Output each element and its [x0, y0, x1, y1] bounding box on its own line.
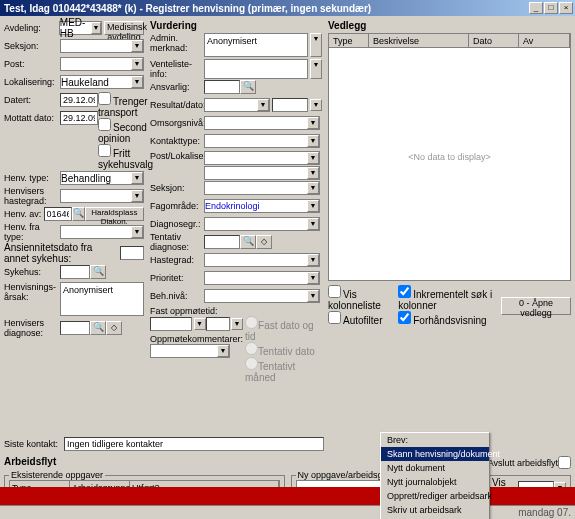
siste-input[interactable]: [64, 437, 324, 451]
diaggr-label: Diagnosegr.:: [150, 219, 204, 229]
ansvarlig-input[interactable]: [204, 80, 240, 94]
cb-viskol[interactable]: Vis kolonneliste: [328, 285, 392, 311]
menu-opprett[interactable]: Opprett/rediger arbeidsark: [381, 489, 489, 503]
mottatt-input[interactable]: [60, 111, 98, 125]
cb-forh[interactable]: Forhåndsvisning: [398, 311, 501, 326]
henvav-input[interactable]: [44, 207, 72, 221]
fastopp-time[interactable]: [206, 317, 230, 331]
hastegrad-mid-combo[interactable]: ▼: [204, 253, 320, 267]
diaggr-combo[interactable]: ▼: [204, 217, 320, 231]
close-button[interactable]: ×: [559, 2, 573, 14]
postlok-combo1[interactable]: ▼: [204, 151, 320, 165]
arsak-label: Henvisnings-årsak:: [4, 282, 60, 316]
fastopp-date[interactable]: [150, 317, 192, 331]
vedlegg-list[interactable]: Type Beskrivelse Dato Av <No data to dis…: [328, 33, 571, 281]
avslutt-checkbox[interactable]: [558, 456, 571, 469]
radio-fast[interactable]: Fast dato og tid: [245, 316, 322, 342]
menu-skann[interactable]: Skann henvisning/dokument: [381, 447, 489, 461]
chevron-down-icon[interactable]: ▼: [307, 200, 319, 212]
haraldsplass-button[interactable]: Haraldsplass Diakon.: [85, 207, 144, 221]
chevron-down-icon[interactable]: ▼: [307, 254, 319, 266]
chevron-down-icon[interactable]: ▼: [310, 59, 322, 79]
chevron-down-icon[interactable]: ▼: [310, 33, 322, 57]
ansiennitet-input[interactable]: [120, 246, 144, 260]
hastegrad-label: Henvisers hastegrad:: [4, 186, 60, 206]
diag-label: Henvisers diagnose:: [4, 318, 60, 338]
search-icon[interactable]: [240, 235, 256, 249]
cb-second[interactable]: Second opinion: [98, 118, 153, 144]
search-icon[interactable]: [90, 265, 106, 279]
clear-icon[interactable]: ◇: [256, 235, 272, 249]
medisinsk-button[interactable]: Medisinsk avdeling: [104, 21, 144, 35]
arsak-textarea[interactable]: Anonymisert: [60, 282, 144, 316]
col-besk[interactable]: Beskrivelse: [369, 34, 469, 47]
arbeidsflyt-title: Arbeidsflyt: [4, 456, 56, 467]
avdeling-combo[interactable]: MED-HB▼: [59, 21, 102, 35]
chevron-down-icon[interactable]: ▼: [307, 218, 319, 230]
menu-nyttjour[interactable]: Nytt journalobjekt: [381, 475, 489, 489]
chevron-down-icon[interactable]: ▼: [91, 22, 101, 34]
chevron-down-icon[interactable]: ▼: [194, 318, 206, 330]
admin-textarea[interactable]: Anonymisert: [204, 33, 308, 57]
cb-trenger[interactable]: Trenger transport: [98, 92, 153, 118]
col-av[interactable]: Av: [519, 34, 570, 47]
fag-combo[interactable]: Endokrinologi▼: [204, 199, 320, 213]
minimize-button[interactable]: _: [529, 2, 543, 14]
chevron-down-icon[interactable]: ▼: [307, 135, 319, 147]
resultat-date-input[interactable]: [272, 98, 308, 112]
apne-vedlegg-button[interactable]: 0 - Åpne vedlegg: [501, 297, 571, 315]
cb-inkr[interactable]: Inkrementelt søk i kolonner: [398, 285, 501, 311]
search-icon[interactable]: [72, 207, 85, 221]
chevron-down-icon[interactable]: ▼: [307, 182, 319, 194]
datert-input[interactable]: [60, 93, 98, 107]
chevron-down-icon[interactable]: ▼: [131, 226, 143, 238]
radio-tentativ[interactable]: Tentativ dato: [245, 342, 322, 357]
datert-label: Datert:: [4, 95, 60, 105]
cb-fritt[interactable]: Fritt sykehusvalg: [98, 144, 153, 170]
chevron-down-icon[interactable]: ▼: [217, 345, 229, 357]
menu-brev[interactable]: Brev:: [381, 433, 489, 447]
chevron-down-icon[interactable]: ▼: [131, 172, 143, 184]
lokalisering-combo[interactable]: Haukeland▼: [60, 75, 144, 89]
chevron-down-icon[interactable]: ▼: [257, 99, 269, 111]
oppkomm-combo[interactable]: ▼: [150, 344, 230, 358]
chevron-down-icon[interactable]: ▼: [131, 40, 143, 52]
sykehus-input[interactable]: [60, 265, 90, 279]
chevron-down-icon[interactable]: ▼: [131, 76, 143, 88]
search-icon[interactable]: [240, 80, 256, 94]
clear-icon[interactable]: ◇: [106, 321, 122, 335]
post-combo[interactable]: ▼: [60, 57, 144, 71]
omsorg-combo[interactable]: ▼: [204, 116, 320, 130]
diag-input[interactable]: [60, 321, 90, 335]
radio-maned[interactable]: Tentativt måned: [245, 357, 322, 383]
vente-textarea[interactable]: [204, 59, 308, 79]
tentativ-input[interactable]: [204, 235, 240, 249]
kontakt-combo[interactable]: ▼: [204, 134, 320, 148]
prioritet-combo[interactable]: ▼: [204, 271, 320, 285]
chevron-down-icon[interactable]: ▼: [307, 117, 319, 129]
maximize-button[interactable]: □: [544, 2, 558, 14]
chevron-down-icon[interactable]: ▼: [307, 272, 319, 284]
menu-nyttdok[interactable]: Nytt dokument: [381, 461, 489, 475]
resultat-combo[interactable]: ▼: [204, 98, 270, 112]
kontakt-label: Kontakttype:: [150, 136, 204, 146]
cb-autof[interactable]: Autofilter: [328, 311, 392, 326]
henvtype-combo[interactable]: Behandling▼: [60, 171, 144, 185]
chevron-down-icon[interactable]: ▼: [310, 99, 322, 111]
col-dato[interactable]: Dato: [469, 34, 519, 47]
menu-skrivark[interactable]: Skriv ut arbeidsark: [381, 503, 489, 517]
chevron-down-icon[interactable]: ▼: [307, 152, 319, 164]
seksjon-combo[interactable]: ▼: [60, 39, 144, 53]
postlok-combo2[interactable]: ▼: [204, 166, 320, 180]
chevron-down-icon[interactable]: ▼: [307, 167, 319, 179]
seksjon-mid-combo[interactable]: ▼: [204, 181, 320, 195]
hastegrad-combo[interactable]: ▼: [60, 189, 144, 203]
behniva-combo[interactable]: ▼: [204, 289, 320, 303]
search-icon[interactable]: [90, 321, 106, 335]
chevron-down-icon[interactable]: ▼: [307, 290, 319, 302]
fratype-combo[interactable]: ▼: [60, 225, 144, 239]
col-type[interactable]: Type: [329, 34, 369, 47]
chevron-down-icon[interactable]: ▼: [131, 58, 143, 70]
chevron-down-icon[interactable]: ▼: [131, 190, 143, 202]
chevron-down-icon[interactable]: ▼: [231, 318, 243, 330]
